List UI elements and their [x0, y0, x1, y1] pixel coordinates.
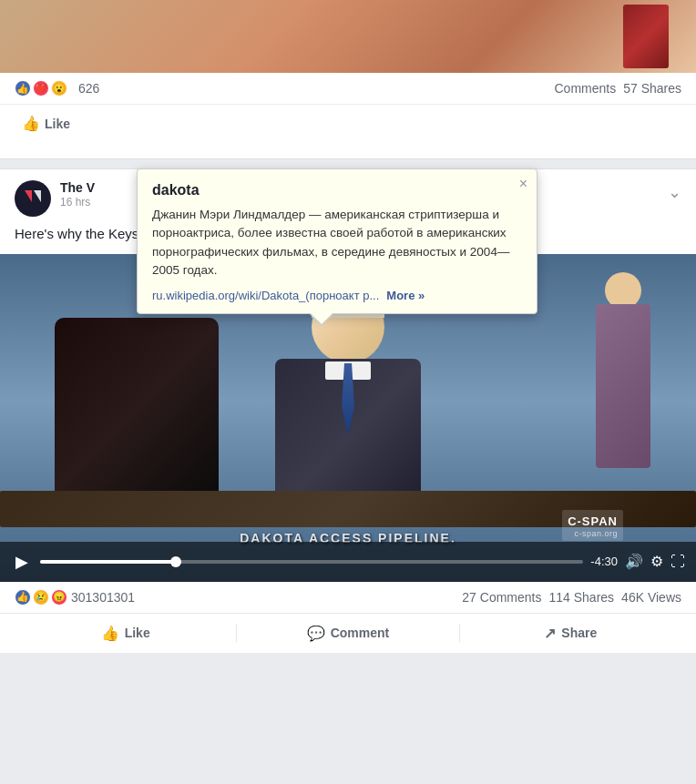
cspan-logo: C-SPAN c-span.org [562, 510, 623, 541]
thumb-up-icon: 👍 [22, 115, 40, 132]
top-post-shares[interactable]: 57 Shares [623, 81, 681, 96]
page-avatar [15, 180, 51, 217]
tooltip-body: Джанин Мэри Линдмалдер — американская ст… [152, 206, 522, 280]
chair-back [55, 318, 219, 500]
post-chevron-icon[interactable]: ⌄ [668, 182, 681, 202]
video-progress-thumb[interactable] [170, 556, 181, 567]
post-comments-count[interactable]: 27 Comments [462, 590, 541, 605]
bg-person-right-head [605, 272, 641, 309]
top-post: 👍 ❤️ 😮 626 Comments 57 Shares 👍 Like [0, 0, 696, 159]
top-post-comments[interactable]: Comments [554, 81, 616, 96]
post-bottom-stats: 👍 😢 😠 301 301 301 27 Comments 114 Shares… [0, 582, 696, 614]
share-action-icon: ↗ [544, 625, 556, 642]
tooltip-link-row: ru.wikipedia.org/wiki/Dakota_(порноакт р… [152, 289, 522, 302]
page-wrapper: 👍 ❤️ 😮 626 Comments 57 Shares 👍 Like × d… [0, 0, 696, 653]
tooltip-close-button[interactable]: × [519, 177, 527, 191]
post-views-count[interactable]: 46K Views [621, 590, 681, 605]
video-progress-bar[interactable] [40, 560, 583, 564]
share-action-label: Share [561, 626, 597, 640]
video-time: -4:30 [590, 555, 618, 568]
action-bar: 👍 Like 💬 Comment ↗ Share [0, 614, 696, 653]
post-reaction-count-display[interactable]: 301 [114, 590, 135, 605]
top-post-reaction-count: 626 [78, 81, 99, 96]
like-label: Like [45, 117, 70, 131]
post-reaction-count[interactable]: 301 [71, 590, 92, 605]
top-post-like-bar: 👍 Like [0, 105, 696, 142]
reaction-icons: 👍 ❤️ 😮 [15, 80, 67, 97]
comment-action-button[interactable]: 💬 Comment [237, 617, 458, 649]
post-reaction-icons: 👍 😢 😠 [15, 589, 67, 606]
cspan-text: C-SPAN [568, 514, 618, 528]
like-action-button[interactable]: 👍 Like [15, 617, 236, 649]
post-angry-reaction-icon: 😠 [51, 589, 67, 606]
top-post-like-button[interactable]: 👍 Like [15, 110, 77, 137]
post-shares-count[interactable]: 114 Shares [548, 590, 614, 605]
post-like-reaction-icon: 👍 [15, 589, 31, 606]
v-logo-icon [20, 186, 46, 211]
top-post-actions: 👍 ❤️ 😮 626 Comments 57 Shares [0, 73, 696, 105]
post-sad-reaction-icon: 😢 [33, 589, 49, 606]
wow-reaction-icon: 😮 [51, 80, 67, 97]
like-action-icon: 👍 [101, 625, 119, 642]
comment-action-label: Comment [331, 626, 390, 640]
bg-person-right-body [596, 304, 650, 468]
bg-person-right [587, 272, 660, 527]
love-reaction-icon: ❤️ [33, 80, 49, 97]
top-post-image [0, 0, 696, 73]
post-reaction-count-num: 301 [92, 590, 113, 605]
like-reaction-icon: 👍 [15, 80, 31, 97]
video-controls: ▶ -4:30 🔊 ⚙ ⛶ [0, 542, 696, 582]
volume-icon[interactable]: 🔊 [625, 553, 643, 570]
comment-action-icon: 💬 [307, 625, 325, 642]
tooltip-more-button[interactable]: More » [386, 289, 425, 302]
page-name-prefix: The V [60, 180, 95, 195]
share-action-button[interactable]: ↗ Share [460, 617, 681, 649]
fullscreen-icon[interactable]: ⛶ [670, 554, 685, 570]
tooltip-wiki-link[interactable]: ru.wikipedia.org/wiki/Dakota_(порноакт р… [152, 289, 379, 302]
cspan-subtext: c-span.org [568, 529, 618, 538]
video-progress-fill [40, 560, 176, 564]
settings-icon[interactable]: ⚙ [650, 553, 663, 570]
tooltip-popup: × dakota Джанин Мэри Линдмалдер — америк… [137, 168, 537, 314]
like-action-label: Like [125, 626, 150, 640]
play-button[interactable]: ▶ [11, 552, 33, 572]
tooltip-title: dakota [152, 182, 522, 199]
